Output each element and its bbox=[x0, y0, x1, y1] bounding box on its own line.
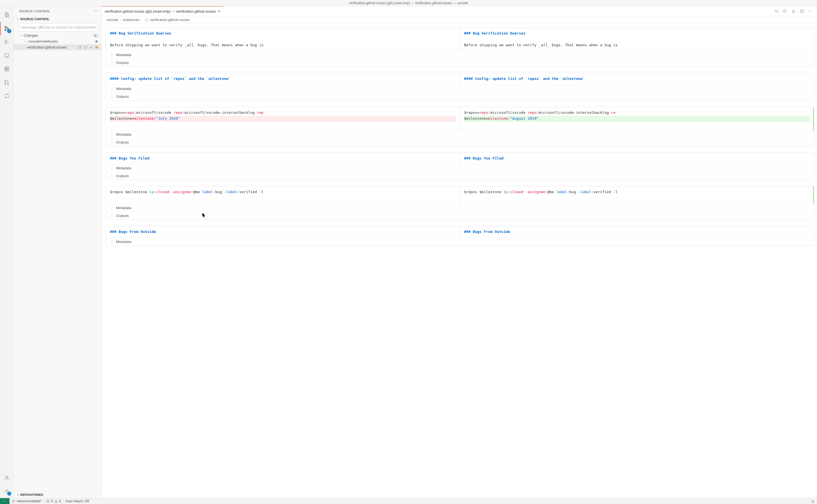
editor-tab-active[interactable]: verification.github-issues (git) (read-o… bbox=[102, 6, 223, 16]
stage-icon[interactable] bbox=[89, 45, 93, 49]
diff-pane-left[interactable]: $repos $milestone is:closed -assignee:@m… bbox=[106, 186, 460, 204]
diff-pane-right[interactable]: #### Config: update list of `repos` and … bbox=[460, 73, 814, 85]
scm-provider-label: SOURCE CONTROL bbox=[20, 17, 50, 21]
status-bar: rebornix/nbdebt* 0 0 Auto Attach: Off bbox=[0, 498, 817, 504]
code-line: $repos $milestone is:closed -assignee:@m… bbox=[464, 189, 810, 195]
svg-point-16 bbox=[94, 11, 95, 11]
changes-count: 1 bbox=[93, 34, 99, 37]
breadcrumb-seg[interactable]: verification.github-issues bbox=[150, 18, 190, 22]
svg-point-30 bbox=[811, 11, 812, 11]
remote-indicator[interactable] bbox=[0, 498, 10, 504]
status-branch[interactable]: rebornix/nbdebt* bbox=[10, 499, 44, 503]
editor-area: verification.github-issues (git) (read-o… bbox=[102, 6, 817, 498]
git-branch-icon bbox=[12, 499, 16, 503]
diff-pane-right[interactable]: ### Bug Verification Queries Before ship… bbox=[460, 28, 814, 51]
metadata-toggle[interactable]: Metadata bbox=[106, 130, 814, 138]
compare-changes-icon[interactable] bbox=[774, 9, 779, 13]
folder-row[interactable]: .vscode/notebooks bbox=[13, 38, 101, 44]
metadata-toggle[interactable]: Metadata bbox=[106, 51, 814, 59]
file-status-badge: M bbox=[95, 45, 99, 49]
diff-pane-right[interactable]: ### Bugs From Outside bbox=[460, 226, 814, 238]
open-file-icon[interactable] bbox=[783, 9, 787, 13]
cell-body-text: Before shipping we want to verify _all_ … bbox=[110, 42, 456, 48]
tab-close-icon[interactable]: ✕ bbox=[218, 9, 221, 13]
activity-sync[interactable] bbox=[0, 89, 13, 103]
more-actions-icon[interactable] bbox=[808, 9, 813, 13]
diff-pane-right[interactable]: $repos=repo:microsoft/vscode repo:micros… bbox=[460, 107, 814, 130]
code-line: $repos=repo:microsoft/vscode repo:micros… bbox=[110, 110, 456, 116]
activity-explorer[interactable] bbox=[0, 8, 13, 22]
diff-cell: $repos $milestone is:closed -assignee:@m… bbox=[106, 186, 814, 220]
repositories-section[interactable]: REPOSITORIES bbox=[13, 491, 101, 498]
svg-rect-8 bbox=[7, 67, 8, 69]
activity-account[interactable] bbox=[0, 471, 13, 484]
open-file-icon[interactable] bbox=[78, 45, 82, 49]
ellipsis-icon bbox=[94, 9, 98, 13]
diff-pane-left[interactable]: $repos=repo:microsoft/vscode repo:micros… bbox=[106, 107, 460, 130]
outputs-toggle[interactable]: Outputs bbox=[106, 138, 814, 146]
sidebar-more-icon[interactable] bbox=[94, 9, 98, 14]
chevron-right-icon bbox=[110, 174, 114, 178]
scm-provider-header[interactable]: SOURCE CONTROL bbox=[13, 16, 101, 22]
diff-pane-left[interactable]: ### Bugs You Filed bbox=[106, 153, 460, 164]
warning-icon bbox=[54, 499, 58, 503]
cell-body-text: Before shipping we want to verify _all_ … bbox=[464, 42, 810, 48]
activity-remote-explorer[interactable] bbox=[0, 49, 13, 62]
breadcrumbs[interactable]: .vscode › notebooks › verification.githu… bbox=[102, 16, 817, 24]
diff-pane-left[interactable]: ### Bug Verification Queries Before ship… bbox=[106, 28, 460, 51]
status-auto-attach[interactable]: Auto Attach: Off bbox=[63, 499, 91, 503]
discard-icon[interactable] bbox=[84, 45, 87, 49]
svg-rect-0 bbox=[5, 13, 8, 16]
chevron-right-icon bbox=[110, 132, 114, 136]
svg-rect-10 bbox=[7, 69, 8, 71]
activity-extensions[interactable] bbox=[0, 62, 13, 76]
commit-message-input[interactable] bbox=[19, 23, 98, 31]
diff-cell: #### Config: update list of `repos` and … bbox=[106, 73, 814, 101]
svg-rect-6 bbox=[4, 54, 9, 57]
diff-pane-left[interactable]: #### Config: update list of `repos` and … bbox=[106, 73, 460, 85]
breadcrumb-sep-icon: › bbox=[141, 18, 142, 22]
error-icon bbox=[46, 499, 50, 503]
activity-settings[interactable]: 1 bbox=[0, 484, 13, 498]
cell-heading: #### Config: update list of `repos` and … bbox=[464, 76, 810, 82]
diff-pane-left[interactable]: ### Bugs From Outside bbox=[106, 226, 460, 238]
outputs-toggle[interactable]: Outputs bbox=[106, 172, 814, 180]
account-icon bbox=[4, 475, 10, 481]
window-titlebar: verification.github-issues (git) (read-o… bbox=[0, 0, 817, 6]
settings-badge: 1 bbox=[7, 492, 11, 496]
readonly-lock-icon[interactable] bbox=[791, 9, 796, 13]
svg-point-3 bbox=[5, 29, 6, 31]
code-line: $repos=repo:microsoft/vscode repo:micros… bbox=[464, 110, 810, 116]
changed-file-row[interactable]: verification.github-issues M bbox=[13, 44, 101, 50]
metadata-toggle[interactable]: Metadata bbox=[106, 238, 814, 246]
scm-badge: 1 bbox=[7, 29, 11, 33]
status-notifications[interactable] bbox=[809, 499, 817, 503]
activity-scm[interactable]: 1 bbox=[0, 22, 13, 35]
metadata-toggle[interactable]: Metadata bbox=[106, 204, 814, 212]
cell-heading: ### Bug Verification Queries bbox=[464, 31, 810, 36]
changes-group[interactable]: Changes 1 bbox=[13, 33, 101, 38]
metadata-toggle[interactable]: Metadata bbox=[106, 164, 814, 172]
metadata-toggle[interactable]: Metadata bbox=[106, 85, 814, 93]
diff-cell: ### Bug Verification Queries Before ship… bbox=[106, 27, 814, 67]
activity-run[interactable] bbox=[0, 35, 13, 49]
remote-icon bbox=[3, 499, 7, 503]
outputs-toggle[interactable]: Outputs bbox=[106, 93, 814, 100]
titlebar-right: verification.github-issues — vscode bbox=[415, 1, 468, 5]
code-line: $repos $milestone is:closed -assignee:@m… bbox=[110, 189, 456, 195]
diff-content[interactable]: ### Bug Verification Queries Before ship… bbox=[102, 24, 817, 498]
status-problems[interactable]: 0 0 bbox=[44, 499, 63, 503]
breadcrumb-seg[interactable]: .vscode bbox=[106, 18, 118, 22]
diff-pane-right[interactable]: $repos $milestone is:closed -assignee:@m… bbox=[460, 186, 814, 204]
chevron-right-icon bbox=[110, 95, 114, 99]
breadcrumb-seg[interactable]: notebooks bbox=[123, 18, 140, 22]
code-line-added: $milestone=milestone:"August 2020" bbox=[464, 116, 810, 122]
outputs-toggle[interactable]: Outputs bbox=[106, 59, 814, 66]
diff-pane-right[interactable]: ### Bugs You Filed bbox=[460, 153, 814, 164]
outputs-toggle[interactable]: Outputs bbox=[106, 212, 814, 219]
split-editor-icon[interactable] bbox=[800, 9, 804, 13]
chevron-right-icon bbox=[110, 140, 114, 144]
chevron-right-icon bbox=[110, 53, 114, 57]
activity-github[interactable] bbox=[0, 76, 13, 89]
svg-point-14 bbox=[6, 476, 7, 478]
